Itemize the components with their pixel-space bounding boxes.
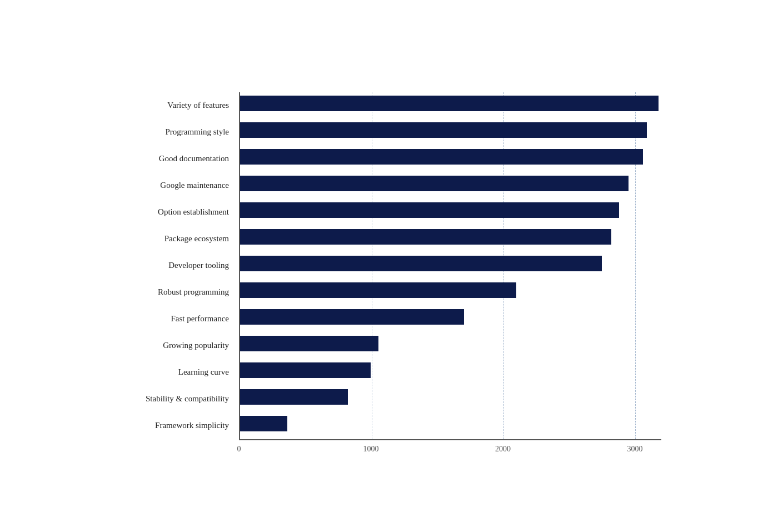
bar-slot xyxy=(240,146,661,165)
bar-row xyxy=(240,146,661,172)
bar-row xyxy=(240,92,661,119)
chart-container: Variety of featuresProgramming styleGood… xyxy=(83,42,695,490)
bar-row xyxy=(240,172,661,199)
x-axis-label: 1000 xyxy=(363,445,379,454)
bar-slot xyxy=(240,279,661,298)
y-label: Developer tooling xyxy=(117,252,239,279)
bar-row xyxy=(240,306,661,332)
bar-slot xyxy=(240,306,661,325)
y-label: Google maintenance xyxy=(117,172,239,199)
bar-slot xyxy=(240,412,661,431)
y-label: Variety of features xyxy=(117,92,239,119)
bar xyxy=(240,149,643,165)
chart-area: Variety of featuresProgramming styleGood… xyxy=(117,92,661,457)
bar xyxy=(240,282,516,298)
bar-row xyxy=(240,359,661,386)
y-label: Stability & compatibility xyxy=(117,386,239,412)
bar xyxy=(240,122,647,138)
bar xyxy=(240,389,348,405)
bar xyxy=(240,176,629,191)
y-label: Option establishment xyxy=(117,199,239,226)
bar-rows xyxy=(240,92,661,439)
x-axis-labels: 0100020003000 xyxy=(239,440,661,457)
bar xyxy=(240,309,464,325)
bar xyxy=(240,229,611,245)
bar xyxy=(240,416,287,431)
bar-row xyxy=(240,199,661,226)
x-axis-label: 0 xyxy=(237,445,241,454)
bar-slot xyxy=(240,199,661,218)
bar xyxy=(240,336,378,351)
y-label: Programming style xyxy=(117,119,239,146)
bar-row xyxy=(240,119,661,146)
bar-slot xyxy=(240,92,661,111)
y-labels: Variety of featuresProgramming styleGood… xyxy=(117,92,239,440)
bar-row xyxy=(240,412,661,439)
bar-slot xyxy=(240,119,661,138)
bar-row xyxy=(240,332,661,359)
bar-slot xyxy=(240,332,661,351)
bar-row xyxy=(240,279,661,306)
y-label: Good documentation xyxy=(117,146,239,172)
bars-section: Variety of featuresProgramming styleGood… xyxy=(117,92,661,440)
y-label: Package ecosystem xyxy=(117,226,239,252)
y-label: Growing popularity xyxy=(117,332,239,359)
bar-slot xyxy=(240,386,661,405)
bar xyxy=(240,256,602,271)
bar xyxy=(240,202,619,218)
x-axis-label: 3000 xyxy=(627,445,643,454)
bar-slot xyxy=(240,252,661,271)
y-label: Fast performance xyxy=(117,306,239,332)
bar xyxy=(240,96,659,111)
bars-grid xyxy=(239,92,661,440)
bar-slot xyxy=(240,226,661,245)
y-label: Framework simplicity xyxy=(117,412,239,439)
y-label: Robust programming xyxy=(117,279,239,306)
bar-row xyxy=(240,252,661,279)
x-axis-label: 2000 xyxy=(495,445,511,454)
y-label: Learning curve xyxy=(117,359,239,386)
bar-row xyxy=(240,226,661,252)
bar-slot xyxy=(240,359,661,378)
bar-slot xyxy=(240,172,661,191)
bar-row xyxy=(240,386,661,412)
bar xyxy=(240,362,371,378)
